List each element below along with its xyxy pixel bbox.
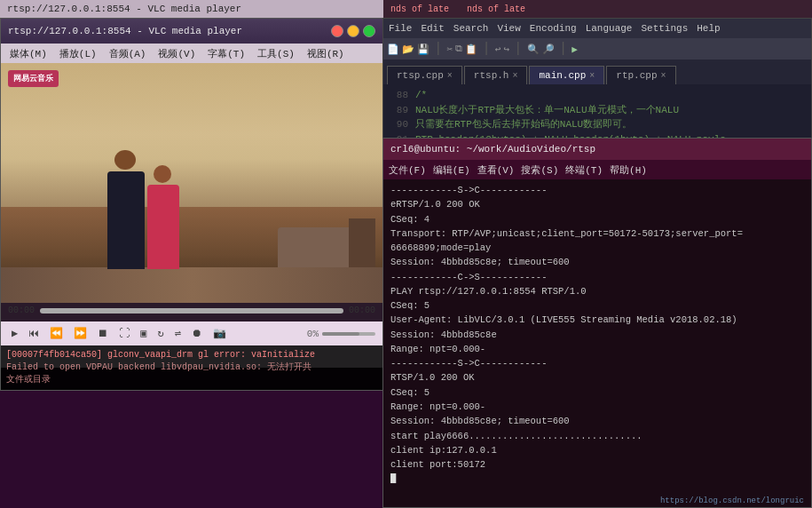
term-menu-edit[interactable]: 编辑(E) bbox=[433, 163, 470, 177]
editor-cut-icon[interactable]: ✂ bbox=[447, 44, 453, 55]
editor-new-icon[interactable]: 📄 bbox=[387, 44, 399, 55]
editor-open-icon[interactable]: 📂 bbox=[402, 44, 414, 55]
vlc-back-button[interactable]: ⏪ bbox=[46, 325, 67, 342]
editor-menu-settings[interactable]: Settings bbox=[641, 23, 688, 34]
term-menu-search[interactable]: 搜索(S) bbox=[521, 163, 558, 177]
vlc-play-button[interactable]: ▶ bbox=[8, 325, 21, 342]
terminal-line-7: ------------C->S------------ bbox=[390, 270, 804, 284]
vlc-snapshot-button[interactable]: 📷 bbox=[209, 325, 230, 342]
terminal-line-3: Transport: RTP/AVP;unicast;client_port=5… bbox=[390, 226, 804, 241]
editor-menu-help[interactable]: Help bbox=[697, 23, 720, 34]
term-menu-help[interactable]: 帮助(H) bbox=[610, 163, 647, 177]
vlc-maximize-button[interactable] bbox=[363, 25, 375, 37]
terminal-content: ------------S->C------------ eRTSP/1.0 2… bbox=[383, 179, 811, 508]
vlc-error-line-3: 文件或目录 bbox=[6, 374, 379, 386]
video-floor bbox=[1, 267, 384, 303]
vlc-menu-subtitle[interactable]: 字幕(T) bbox=[202, 45, 250, 62]
editor-copy-icon[interactable]: ⧉ bbox=[455, 44, 462, 54]
vlc-loop-button[interactable]: ↻ bbox=[154, 325, 167, 342]
vlc-fullscreen-button[interactable]: ⛶ bbox=[115, 325, 133, 342]
vlc-prev-button[interactable]: ⏮ bbox=[25, 325, 43, 342]
vlc-volume-fill bbox=[322, 332, 359, 336]
terminal-line-15: RTSP/1.0 200 OK bbox=[390, 370, 804, 385]
terminal-line-22: client port:50172 bbox=[390, 457, 804, 472]
editor-tab-close-rtp-cpp[interactable]: × bbox=[661, 71, 666, 81]
terminal-line-11: Session: 4bbbd85c8e bbox=[390, 328, 804, 342]
vlc-menu-play[interactable]: 播放(L) bbox=[54, 45, 102, 62]
vlc-time-left: 00:00 bbox=[8, 306, 35, 315]
editor-menu-encoding[interactable]: Encoding bbox=[530, 23, 577, 34]
video-person-1 bbox=[107, 150, 145, 269]
vlc-menu-video[interactable]: 视频(V) bbox=[153, 45, 201, 62]
term-menu-view[interactable]: 查看(V) bbox=[477, 163, 515, 177]
vlc-frame-button[interactable]: ▣ bbox=[137, 325, 150, 342]
video-sofa bbox=[278, 227, 358, 272]
vlc-url-text: rtsp://127.0.0.1:8554 - VLC media player bbox=[7, 4, 241, 14]
editor-tab-close-rtsp-cpp[interactable]: × bbox=[447, 71, 453, 81]
editor-undo-icon[interactable]: ↩ bbox=[495, 44, 501, 55]
vlc-close-button[interactable] bbox=[331, 25, 343, 37]
editor-menu-language[interactable]: Language bbox=[586, 23, 633, 34]
vlc-error-line-1: [00007f4fb014ca50] glconv_vaapi_drm gl e… bbox=[6, 349, 379, 361]
vlc-minimize-button[interactable] bbox=[347, 25, 359, 37]
editor-tab-close-main-cpp[interactable]: × bbox=[589, 71, 595, 81]
terminal-line-9: CSeq: 5 bbox=[390, 298, 804, 313]
term-menu-terminal[interactable]: 终端(T) bbox=[565, 163, 603, 177]
editor-save-icon[interactable]: 💾 bbox=[417, 44, 430, 55]
editor-tab-main-cpp[interactable]: main.cpp × bbox=[529, 66, 604, 84]
terminal-titlebar: crl6@ubuntu: ~/work/AudioVideo/rtsp bbox=[383, 139, 811, 160]
editor-menubar: File Edit Search View Encoding Language … bbox=[383, 19, 811, 38]
editor-tab-rtp-cpp[interactable]: rtp.cpp × bbox=[606, 66, 675, 84]
editor-toolbar: 📄 📂 💾 | ✂ ⧉ 📋 | ↩ ↪ | 🔍 🔎 | ▶ bbox=[383, 38, 811, 60]
vlc-menu-audio[interactable]: 音频(A) bbox=[104, 45, 152, 62]
vlc-stop-button[interactable]: ⏹ bbox=[94, 325, 112, 342]
terminal-line-4: 66668899;mode=play bbox=[390, 241, 804, 255]
terminal-line-16: CSeq: 5 bbox=[390, 385, 804, 400]
editor-menu-view[interactable]: View bbox=[497, 23, 520, 34]
vlc-progress-bar[interactable] bbox=[40, 308, 343, 314]
terminal-line-10: User-Agent: LibVLC/3.0.1 (LIVE555 Stream… bbox=[390, 313, 804, 327]
editor-zoom-in-icon[interactable]: 🔎 bbox=[542, 44, 555, 55]
vlc-volume-slider[interactable] bbox=[322, 332, 375, 336]
editor-toolbar-divider-3: | bbox=[514, 41, 523, 57]
editor-toolbar-divider-4: | bbox=[559, 41, 568, 57]
term-menu-file[interactable]: 文件(F) bbox=[389, 163, 426, 177]
editor-menu-edit[interactable]: Edit bbox=[421, 23, 444, 34]
terminal-title-text: crl6@ubuntu: ~/work/AudioVideo/rtsp bbox=[390, 144, 595, 155]
vlc-shuffle-button[interactable]: ⇌ bbox=[171, 325, 185, 342]
vlc-error-line-2: Failed to open VDPAU backend libvdpau_nv… bbox=[6, 361, 379, 374]
terminal-line-0: ------------S->C------------ bbox=[390, 183, 804, 197]
vlc-menubar: 媒体(M) 播放(L) 音频(A) 视频(V) 字幕(T) 工具(S) 视图(R… bbox=[1, 44, 382, 63]
editor-run-icon[interactable]: ▶ bbox=[572, 44, 578, 55]
vlc-timeline-area: 00:00 00:00 bbox=[1, 303, 382, 321]
terminal-line-1: eRTSP/1.0 200 OK bbox=[390, 197, 804, 211]
video-scene: 网易云音乐 bbox=[1, 63, 384, 303]
terminal-line-12: Range: npt=0.000- bbox=[390, 342, 804, 356]
terminal-line-8: PLAY rtsp://127.0.0.1:8554 RTSP/1.0 bbox=[390, 284, 804, 298]
editor-menu-file[interactable]: File bbox=[389, 23, 412, 34]
editor-tab-close-rtsp-h[interactable]: × bbox=[512, 71, 517, 81]
terminal-line-17: Range: npt=0.000- bbox=[390, 400, 804, 414]
vlc-error-overlay: [00007f4fb014ca50] glconv_vaapi_drm gl e… bbox=[1, 345, 384, 390]
vlc-next-button[interactable]: ⏩ bbox=[70, 325, 91, 342]
vlc-menu-media[interactable]: 媒体(M) bbox=[4, 45, 52, 62]
editor-toolbar-divider-2: | bbox=[482, 41, 491, 57]
terminal-line-5: Session: 4bbbd85c8e; timeout=600 bbox=[390, 255, 804, 269]
vlc-record-button[interactable]: ⏺ bbox=[188, 325, 206, 342]
code-line-89: 89 NALU长度小于RTP最大包长：单一NALU单元模式，一个NALU bbox=[390, 103, 804, 118]
vlc-url-display: rtsp://127.0.0.1:8554 - VLC media player bbox=[0, 0, 383, 18]
editor-paste-icon[interactable]: 📋 bbox=[465, 44, 477, 55]
editor-tab-rtsp-h[interactable]: rtsp.h × bbox=[464, 66, 528, 84]
vlc-volume-area: 0% bbox=[307, 329, 375, 339]
vlc-menu-tools[interactable]: 工具(S) bbox=[252, 45, 300, 62]
editor-tab-rtsp-cpp[interactable]: rtsp.cpp × bbox=[387, 66, 462, 84]
terminal-footer-link[interactable]: https://blog.csdn.net/longruic bbox=[660, 496, 804, 505]
vlc-timeline[interactable]: 00:00 00:00 bbox=[8, 306, 375, 315]
top-notification-bar: nds of late nds of late bbox=[383, 0, 812, 18]
video-person-2 bbox=[147, 165, 179, 269]
editor-redo-icon[interactable]: ↪ bbox=[503, 44, 509, 55]
vlc-menu-view[interactable]: 视图(R) bbox=[302, 45, 350, 62]
vlc-button-bar: ▶ ⏮ ⏪ ⏩ ⏹ ⛶ ▣ ↻ ⇌ ⏺ 📷 0% bbox=[8, 325, 375, 342]
editor-search-icon[interactable]: 🔍 bbox=[527, 44, 540, 55]
editor-menu-search[interactable]: Search bbox=[453, 23, 489, 34]
